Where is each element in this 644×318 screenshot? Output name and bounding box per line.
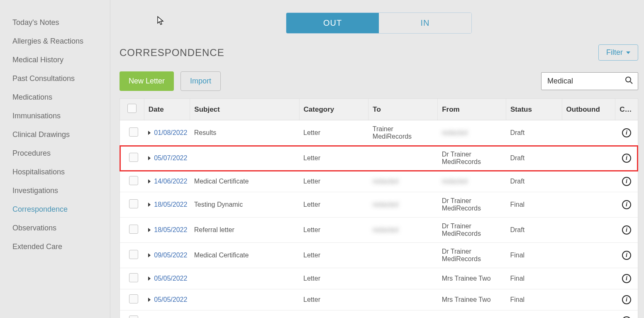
cell-status: Final [510, 275, 524, 282]
row-checkbox[interactable] [129, 176, 138, 185]
cell-status: Final [510, 201, 524, 208]
cell-status: Draft [510, 129, 524, 136]
expand-row-icon[interactable] [148, 228, 151, 232]
date-link[interactable]: 14/06/2022 [154, 178, 187, 185]
cell-to: redacted [373, 201, 398, 208]
cell-subject: Testing Dynamic [194, 201, 243, 208]
table-row: 01/08/2022ResultsLetterTrainer MediRecor… [120, 120, 638, 146]
cell-subject: Medical Certificate [194, 178, 249, 185]
date-link[interactable]: 09/05/2022 [154, 252, 187, 259]
expand-row-icon[interactable] [148, 253, 151, 257]
col-co[interactable]: Co... [615, 99, 638, 120]
cell-category: Letter [303, 129, 320, 136]
cell-from: redacted [442, 129, 468, 136]
date-link[interactable]: 05/07/2022 [154, 154, 187, 162]
cell-category: Letter [303, 178, 320, 185]
cell-category: Letter [303, 275, 320, 282]
info-icon[interactable]: i [622, 295, 631, 304]
cell-category: Letter [303, 296, 320, 303]
date-link[interactable]: 05/05/2022 [154, 275, 187, 282]
table-row: 09/05/2022Medical CertificateLetterDr Tr… [120, 243, 638, 268]
info-icon[interactable]: i [622, 251, 631, 260]
select-all-checkbox[interactable] [127, 104, 137, 113]
table-row: 05/05/2022LetterMrs Trainee TwoFinali [120, 268, 638, 289]
sidebar-item-investigations[interactable]: Investigations [0, 181, 110, 200]
col-from[interactable]: From [438, 99, 506, 120]
expand-row-icon[interactable] [148, 276, 151, 281]
cell-status: Draft [510, 226, 524, 233]
expand-row-icon[interactable] [148, 156, 151, 160]
page-title: CORRESPONDENCE [120, 47, 224, 59]
cell-category: Letter [303, 226, 320, 233]
sidebar-item-clinical-drawings[interactable]: Clinical Drawings [0, 125, 110, 144]
info-icon[interactable]: i [622, 177, 631, 186]
row-checkbox[interactable] [129, 153, 138, 162]
col-status[interactable]: Status [506, 99, 562, 120]
col-subject[interactable]: Subject [190, 99, 299, 120]
info-icon[interactable]: i [622, 225, 631, 235]
date-link[interactable]: 05/05/2022 [154, 296, 187, 303]
date-link[interactable]: 18/05/2022 [154, 226, 187, 234]
cell-from: Mrs Trainee Two [442, 275, 491, 282]
cell-from: Dr Trainer MediRecords [442, 151, 481, 165]
chevron-down-icon [626, 51, 630, 54]
cell-subject: Medical Certificate [194, 252, 249, 259]
col-date[interactable]: Date [144, 99, 190, 120]
info-icon[interactable]: i [622, 316, 631, 318]
info-icon[interactable]: i [622, 128, 631, 137]
filter-button[interactable]: Filter [598, 44, 638, 61]
info-icon[interactable]: i [622, 154, 631, 163]
cell-from: redacted [442, 178, 468, 185]
date-link[interactable]: 18/05/2022 [154, 201, 187, 208]
sidebar-item-medical-history[interactable]: Medical History [0, 51, 110, 69]
col-category[interactable]: Category [299, 99, 368, 120]
sidebar-item-procedures[interactable]: Procedures [0, 144, 110, 163]
filter-label: Filter [606, 48, 623, 57]
correspondence-table: Date Subject Category To From Status Out… [120, 98, 638, 318]
row-checkbox[interactable] [129, 225, 138, 234]
cell-status: Final [510, 252, 524, 259]
search-input[interactable] [541, 72, 638, 90]
tab-in[interactable]: IN [379, 13, 471, 33]
sidebar-item-past-consultations[interactable]: Past Consultations [0, 69, 110, 88]
sidebar-item-immunisations[interactable]: Immunisations [0, 107, 110, 125]
row-checkbox[interactable] [129, 273, 138, 282]
sidebar-item-observations[interactable]: Observations [0, 219, 110, 237]
import-button[interactable]: Import [181, 71, 221, 91]
expand-row-icon[interactable] [148, 203, 151, 207]
table-row: 18/05/2022Referral letterLetterredactedD… [120, 218, 638, 243]
cell-subject: Referral letter [194, 226, 234, 233]
date-link[interactable]: 01/08/2022 [154, 129, 187, 137]
info-icon[interactable]: i [622, 200, 631, 209]
col-to[interactable]: To [368, 99, 438, 120]
cell-category: Letter [303, 154, 320, 161]
main-content: OUT IN CORRESPONDENCE Filter New Letter … [110, 0, 644, 318]
expand-row-icon[interactable] [148, 179, 151, 183]
table-row: 18/05/2022Testing DynamicLetterredactedD… [120, 192, 638, 218]
row-checkbox[interactable] [129, 250, 138, 259]
cell-status: Draft [510, 178, 524, 185]
info-icon[interactable]: i [622, 274, 631, 283]
sidebar-item-medications[interactable]: Medications [0, 88, 110, 107]
expand-row-icon[interactable] [148, 298, 151, 302]
col-outbound[interactable]: Outbound [562, 99, 615, 120]
row-checkbox[interactable] [129, 316, 138, 318]
sidebar-item-extended-care[interactable]: Extended Care [0, 237, 110, 256]
tab-out[interactable]: OUT [286, 13, 379, 33]
row-checkbox[interactable] [129, 294, 138, 303]
row-checkbox[interactable] [129, 127, 138, 137]
cell-to: redacted [373, 226, 398, 233]
cell-from: Dr Trainer MediRecords [442, 223, 481, 237]
cell-from: Dr Trainer MediRecords [442, 197, 481, 212]
cell-to: Trainer MediRecords [373, 125, 412, 140]
sidebar-item-hospitalisations[interactable]: Hospitalisations [0, 163, 110, 181]
cell-status: Final [510, 296, 524, 303]
new-letter-button[interactable]: New Letter [120, 71, 174, 91]
sidebar-item-correspondence[interactable]: Correspondence [0, 200, 110, 219]
cell-subject: Results [194, 129, 216, 136]
cell-status: Draft [510, 154, 524, 161]
expand-row-icon[interactable] [148, 131, 151, 135]
sidebar-item-today-s-notes[interactable]: Today's Notes [0, 13, 110, 32]
row-checkbox[interactable] [129, 199, 138, 208]
sidebar-item-allergies-reactions[interactable]: Allergies & Reactions [0, 32, 110, 51]
